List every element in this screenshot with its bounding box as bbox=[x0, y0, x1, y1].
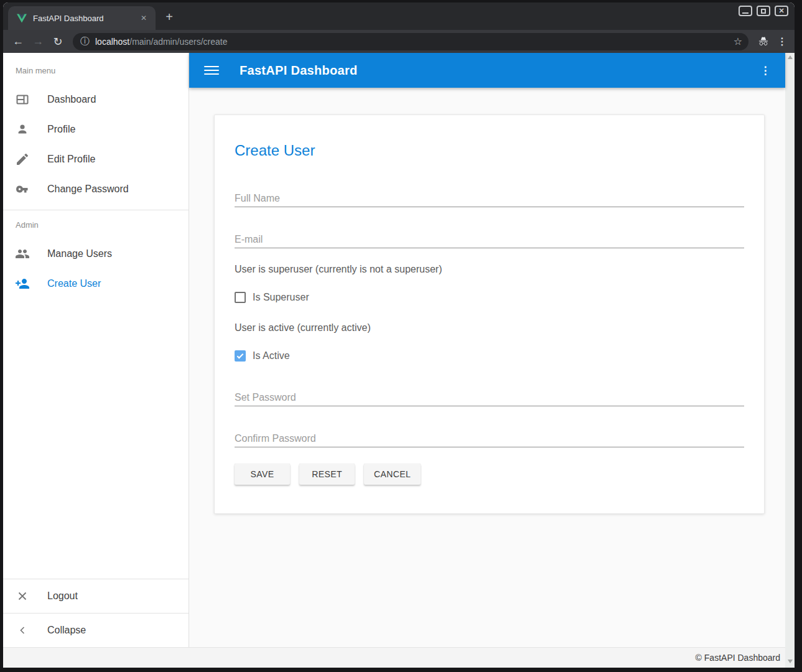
sidebar-item-collapse[interactable]: Collapse bbox=[3, 614, 189, 647]
hamburger-menu-icon[interactable] bbox=[204, 66, 219, 75]
sidebar-item-logout[interactable]: Logout bbox=[3, 579, 189, 613]
sidebar-divider bbox=[3, 210, 189, 210]
page-viewport: Main menu Dashboard Profile bbox=[3, 53, 795, 668]
reload-button[interactable]: ↻ bbox=[49, 33, 67, 50]
sidebar-item-create-user[interactable]: Create User bbox=[3, 269, 189, 299]
window-controls: ✕ bbox=[739, 6, 788, 16]
key-icon bbox=[15, 182, 30, 197]
incognito-icon bbox=[757, 36, 770, 47]
active-hint: User is active (currently active) bbox=[235, 322, 744, 334]
reset-button[interactable]: RESET bbox=[299, 464, 355, 485]
maximize-button[interactable] bbox=[757, 6, 770, 16]
main-area: FastAPI Dashboard ⋮ Create User bbox=[189, 53, 785, 647]
sidebar-item-manage-users[interactable]: Manage Users bbox=[3, 239, 189, 269]
set-password-field-wrap bbox=[235, 389, 744, 406]
sidebar: Main menu Dashboard Profile bbox=[3, 53, 189, 647]
vue-favicon-icon bbox=[17, 14, 27, 23]
active-checkbox-row: Is Active bbox=[235, 350, 744, 362]
browser-tab[interactable]: FastAPI Dashboard ✕ bbox=[8, 6, 156, 30]
site-info-icon[interactable]: ⓘ bbox=[80, 35, 90, 47]
sidebar-item-dashboard[interactable]: Dashboard bbox=[3, 85, 189, 114]
sidebar-item-change-password[interactable]: Change Password bbox=[3, 174, 189, 204]
superuser-hint: User is superuser (currently is not a su… bbox=[235, 263, 744, 276]
dashboard-icon bbox=[15, 92, 30, 107]
minimize-icon bbox=[742, 12, 748, 14]
bookmark-star-icon[interactable]: ☆ bbox=[734, 35, 742, 47]
people-icon bbox=[15, 246, 30, 261]
browser-window: FastAPI Dashboard ✕ + ✕ ← → ↻ ⓘ localhos… bbox=[3, 2, 795, 668]
sidebar-item-edit-profile[interactable]: Edit Profile bbox=[3, 144, 189, 174]
maximize-icon bbox=[761, 9, 766, 14]
page-content: Create User User is superuser (currently… bbox=[189, 88, 785, 647]
email-field-wrap bbox=[235, 231, 744, 248]
close-window-button[interactable]: ✕ bbox=[775, 6, 788, 16]
close-icon bbox=[15, 589, 30, 604]
scroll-up-icon[interactable] bbox=[788, 55, 793, 59]
is-superuser-label: Is Superuser bbox=[253, 292, 309, 303]
close-icon: ✕ bbox=[778, 7, 784, 15]
person-add-icon bbox=[15, 276, 30, 291]
sidebar-section-main-menu: Main menu bbox=[16, 66, 189, 75]
new-tab-button[interactable]: + bbox=[161, 9, 178, 26]
full-name-field-wrap bbox=[235, 190, 744, 207]
create-user-card: Create User User is superuser (currently… bbox=[214, 114, 765, 514]
page-title: Create User bbox=[235, 141, 744, 160]
chevron-left-icon bbox=[15, 623, 30, 638]
browser-toolbar: ← → ↻ ⓘ localhost/main/admin/users/creat… bbox=[3, 30, 795, 53]
confirm-password-input[interactable] bbox=[235, 430, 744, 447]
tab-title: FastAPI Dashboard bbox=[33, 14, 138, 23]
forward-button[interactable]: → bbox=[29, 33, 47, 50]
browser-titlebar: FastAPI Dashboard ✕ + ✕ bbox=[3, 2, 795, 30]
save-button[interactable]: SAVE bbox=[235, 464, 290, 485]
appbar-menu-button[interactable]: ⋮ bbox=[759, 65, 772, 76]
email-input[interactable] bbox=[235, 231, 744, 248]
scroll-down-icon[interactable] bbox=[788, 660, 793, 663]
tab-close-icon[interactable]: ✕ bbox=[138, 12, 149, 24]
pencil-icon bbox=[15, 152, 30, 167]
is-active-checkbox[interactable] bbox=[235, 350, 246, 362]
minimize-button[interactable] bbox=[739, 6, 752, 16]
address-bar[interactable]: ⓘ localhost/main/admin/users/create ☆ bbox=[73, 33, 748, 50]
confirm-password-field-wrap bbox=[235, 430, 744, 447]
form-actions: SAVE RESET CANCEL bbox=[235, 464, 744, 485]
app-footer: © FastAPI Dashboard bbox=[3, 647, 785, 668]
check-icon bbox=[236, 352, 245, 360]
is-superuser-checkbox[interactable] bbox=[235, 292, 246, 303]
back-button[interactable]: ← bbox=[9, 33, 27, 50]
superuser-checkbox-row: Is Superuser bbox=[235, 292, 744, 303]
sidebar-spacer bbox=[3, 299, 189, 579]
is-active-label: Is Active bbox=[253, 350, 290, 362]
set-password-input[interactable] bbox=[235, 389, 744, 406]
vertical-scrollbar[interactable] bbox=[785, 53, 795, 668]
copyright-text: © FastAPI Dashboard bbox=[696, 653, 780, 663]
cancel-button[interactable]: CANCEL bbox=[364, 464, 421, 485]
appbar-title: FastAPI Dashboard bbox=[240, 63, 358, 78]
person-icon bbox=[15, 122, 30, 137]
url-text[interactable]: localhost/main/admin/users/create bbox=[95, 37, 734, 47]
full-name-input[interactable] bbox=[235, 190, 744, 207]
browser-menu-button[interactable]: ⋮ bbox=[776, 37, 788, 47]
appbar: FastAPI Dashboard ⋮ bbox=[189, 53, 785, 88]
sidebar-item-profile[interactable]: Profile bbox=[3, 114, 189, 144]
sidebar-section-admin: Admin bbox=[16, 220, 189, 230]
